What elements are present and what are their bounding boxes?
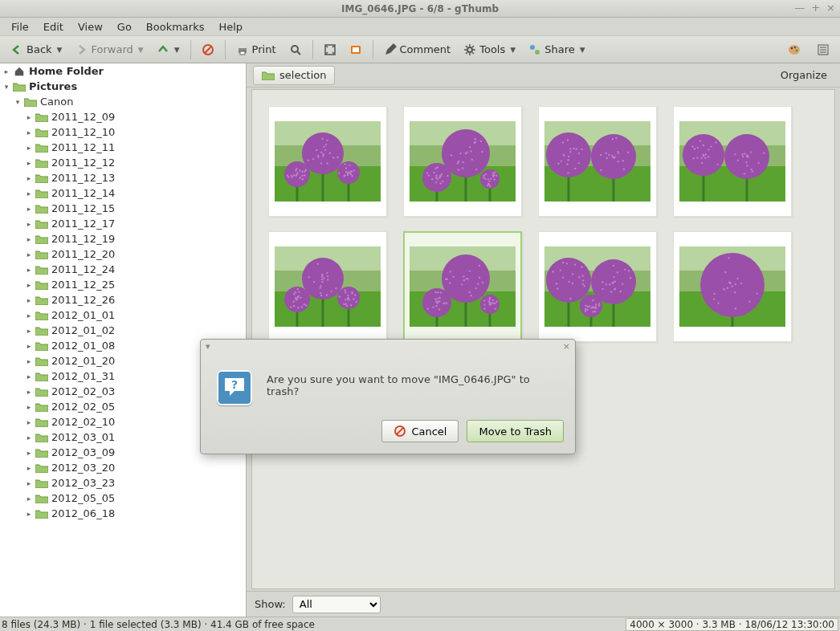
tree-item[interactable]: ▸ 2012_03_20 (0, 460, 246, 475)
tree-item[interactable]: ▸ 2011_12_20 (0, 246, 246, 262)
expand-icon[interactable]: ▸ (24, 418, 34, 426)
search-button[interactable] (283, 40, 308, 59)
tree-item[interactable]: ▸ 2011_12_25 (0, 277, 246, 292)
svg-point-418 (594, 311, 596, 312)
expand-icon[interactable]: ▸ (24, 266, 34, 274)
expand-icon[interactable]: ▸ (24, 357, 34, 365)
thumbnail[interactable] (538, 231, 657, 342)
tree-item[interactable]: ▸ 2012_06_18 (0, 506, 246, 521)
thumbnail[interactable] (403, 106, 522, 217)
forward-button[interactable]: Forward ▼ (69, 40, 149, 59)
menu-edit[interactable]: Edit (37, 19, 70, 35)
tree-item[interactable]: ▸ 2011_12_26 (0, 292, 246, 307)
menu-bookmarks[interactable]: Bookmarks (140, 19, 211, 35)
tree-item[interactable]: ▸ 2011_12_17 (0, 216, 246, 231)
svg-point-217 (742, 156, 744, 157)
expand-icon[interactable]: ▸ (24, 311, 34, 320)
expand-icon[interactable]: ▸ (24, 510, 34, 518)
show-filter-select[interactable]: All (292, 596, 381, 613)
slideshow-button[interactable] (344, 40, 368, 59)
expand-icon[interactable]: ▸ (24, 449, 34, 457)
thumbnail[interactable] (268, 231, 387, 342)
expand-icon[interactable]: ▸ (24, 434, 34, 442)
dropdown-icon: ▼ (580, 46, 585, 54)
fullscreen-button[interactable] (318, 40, 342, 59)
thumbnail[interactable] (538, 106, 657, 217)
expand-icon[interactable]: ▸ (24, 159, 34, 167)
tree-item[interactable]: ▸ 2012_01_02 (0, 323, 246, 338)
menu-view[interactable]: View (71, 19, 109, 35)
share-button[interactable]: Share ▼ (523, 40, 590, 59)
tree-item[interactable]: ▸ 2012_05_05 (0, 491, 246, 506)
svg-point-225 (734, 153, 736, 155)
thumbnail[interactable] (403, 231, 522, 342)
tools-button[interactable]: Tools ▼ (458, 40, 521, 59)
expand-icon[interactable]: ▸ (24, 174, 34, 182)
print-button[interactable]: Print (230, 40, 282, 59)
maximize-button[interactable]: + (811, 2, 820, 14)
expand-icon[interactable]: ▸ (24, 388, 34, 396)
back-button[interactable]: Back ▼ (5, 40, 67, 59)
svg-point-155 (569, 151, 571, 153)
tree-item[interactable]: ▸ 2011_12_12 (0, 155, 246, 170)
expand-icon[interactable]: ▸ (2, 67, 11, 75)
tree-item[interactable]: ▸ 2012_01_01 (0, 307, 246, 323)
expand-icon[interactable]: ▸ (24, 342, 34, 350)
organize-button[interactable]: Organize (774, 67, 834, 83)
thumbnail[interactable] (268, 106, 387, 217)
expand-icon[interactable]: ▸ (24, 403, 34, 411)
expand-icon[interactable]: ▸ (24, 250, 34, 259)
minimize-button[interactable]: — (794, 2, 805, 14)
close-button[interactable]: × (826, 2, 835, 14)
expand-icon[interactable]: ▸ (24, 144, 34, 152)
expand-icon[interactable]: ▸ (24, 372, 34, 381)
expand-icon[interactable]: ▾ (2, 83, 11, 91)
expand-icon[interactable]: ▸ (24, 327, 34, 335)
tree-item[interactable]: ▸ 2011_12_24 (0, 262, 246, 277)
dialog-close-icon[interactable]: × (563, 341, 570, 351)
tree-item[interactable]: ▸ 2011_12_15 (0, 201, 246, 216)
tree-item[interactable]: ▸ Home Folder (0, 63, 246, 79)
expand-icon[interactable]: ▸ (24, 113, 34, 121)
menu-file[interactable]: File (5, 19, 35, 35)
tree-item[interactable]: ▸ 2011_12_14 (0, 185, 246, 201)
svg-point-288 (345, 303, 346, 304)
tree-item[interactable]: ▸ 2011_12_19 (0, 231, 246, 246)
expand-icon[interactable]: ▸ (24, 235, 34, 243)
tree-item[interactable]: ▸ 2011_12_11 (0, 140, 246, 155)
expand-icon[interactable]: ▸ (24, 479, 34, 487)
move-to-trash-button[interactable]: Move to Trash (467, 420, 564, 442)
thumbnail[interactable] (673, 231, 792, 342)
tree-item[interactable]: ▸ 2011_12_13 (0, 170, 246, 185)
expand-icon[interactable]: ▸ (24, 189, 34, 197)
cancel-label: Cancel (411, 425, 447, 438)
expand-icon[interactable]: ▸ (24, 296, 34, 304)
expand-icon[interactable]: ▾ (13, 98, 22, 106)
svg-point-212 (692, 157, 694, 159)
svg-point-351 (495, 301, 497, 303)
expand-icon[interactable]: ▸ (24, 128, 34, 136)
tree-item[interactable]: ▾ Pictures (0, 79, 246, 94)
expand-icon[interactable]: ▸ (24, 495, 34, 503)
tree-item[interactable]: ▸ 2011_12_10 (0, 124, 246, 140)
breadcrumb-chip[interactable]: selection (253, 66, 335, 85)
expand-icon[interactable]: ▸ (24, 464, 34, 472)
expand-icon[interactable]: ▸ (24, 220, 34, 228)
tree-item[interactable]: ▸ 2011_12_09 (0, 109, 246, 124)
dialog-collapse-icon[interactable]: ▾ (206, 341, 210, 351)
expand-icon[interactable]: ▸ (24, 281, 34, 289)
menu-help[interactable]: Help (212, 19, 249, 35)
tree-item[interactable]: ▸ 2012_03_23 (0, 475, 246, 491)
palette-button[interactable] (782, 40, 806, 59)
cancel-button[interactable]: Cancel (381, 420, 459, 442)
stop-button[interactable] (196, 40, 220, 59)
comment-button[interactable]: Comment (378, 40, 457, 59)
menu-go[interactable]: Go (111, 19, 138, 35)
svg-point-255 (293, 300, 295, 302)
up-button[interactable]: ▼ (151, 40, 186, 59)
svg-point-105 (441, 173, 442, 175)
expand-icon[interactable]: ▸ (24, 205, 34, 213)
thumbnail[interactable] (673, 106, 792, 217)
properties-button[interactable] (811, 40, 835, 59)
tree-item[interactable]: ▾ Canon (0, 94, 246, 109)
